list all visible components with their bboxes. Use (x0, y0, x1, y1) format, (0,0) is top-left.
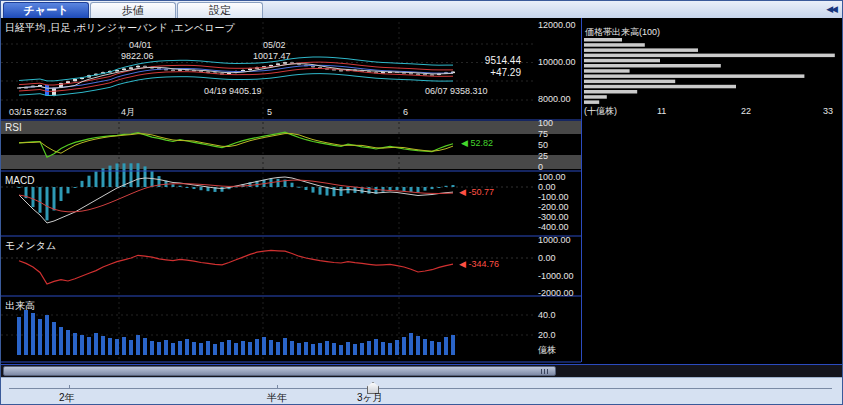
period-slider-bar: 2年 半年 3ヶ月 (1, 377, 842, 404)
x-axis-label-june: 6 (403, 107, 408, 118)
chart-area[interactable]: 日経平均 ,日足 ,ボリンジャーバンド ,エンベロープ 04/01 9822.0… (1, 18, 842, 364)
price-change: +47.29 (451, 67, 521, 78)
period-tick (69, 385, 70, 389)
volume-label: 出来高 (5, 299, 35, 313)
axis-label: 12000.00 (538, 20, 576, 31)
axis-label: -2000.00 (538, 288, 574, 299)
macd-value: ◀ -50.77 (459, 187, 494, 197)
volume-by-price-tick: 11 (657, 106, 666, 117)
axis-label: -400.00 (538, 222, 569, 233)
annotation-high1-value: 9822.06 (121, 51, 154, 62)
annotation-low1: 04/19 9405.19 (204, 86, 262, 97)
price-chart-legend: 日経平均 ,日足 ,ボリンジャーバンド ,エンベロープ (5, 21, 235, 35)
macd-label: MACD (5, 175, 34, 186)
volume-unit-label: 億株 (538, 345, 556, 356)
tab-chart[interactable]: チャート (3, 2, 89, 18)
rsi-value: ◀ 52.82 (461, 138, 493, 148)
annotation-low2: 03/15 8227.63 (9, 107, 67, 118)
scrollbar-grip-icon (541, 369, 550, 374)
collapse-panel-icon[interactable]: ◀◀ (826, 4, 836, 14)
tab-price-steps[interactable]: 歩値 (90, 2, 176, 18)
annotation-high2-date: 05/02 (263, 40, 286, 51)
annotation-low3: 06/07 9358.310 (425, 86, 488, 97)
axis-label: 100 (538, 118, 553, 129)
volume-by-price-tick: 33 (823, 106, 833, 117)
rsi-label: RSI (5, 122, 22, 133)
axis-label: 20.0 (538, 330, 556, 341)
period-option-halfyear[interactable]: 半年 (267, 391, 287, 405)
volume-by-price-unit: (十億株) (584, 106, 617, 117)
volume-by-price-title: 価格帯出来高(100) (585, 27, 660, 38)
period-option-3months[interactable]: 3ヶ月 (357, 391, 383, 405)
momentum-value: ◀ -344.76 (459, 259, 499, 269)
axis-label: 75 (538, 129, 548, 140)
scrollbar-thumb[interactable] (3, 366, 556, 376)
period-tick (277, 385, 278, 389)
axis-label: 8000.00 (538, 94, 571, 105)
volume-by-price-tick: 22 (741, 106, 751, 117)
axis-label: 0.00 (538, 253, 556, 264)
axis-label: 25 (538, 151, 548, 162)
momentum-label: モメンタム (5, 239, 56, 253)
chart-window: チャート 歩値 設定 ◀◀ 日経平均 ,日足 ,ボリンジャーバンド ,エンベロー… (0, 0, 843, 405)
annotation-high1-date: 04/01 (129, 40, 152, 51)
axis-label: 1000.00 (538, 235, 571, 246)
axis-label: 50 (538, 140, 548, 151)
period-slider-track[interactable] (9, 388, 832, 389)
chart-canvas (1, 18, 842, 364)
axis-label: 40.0 (538, 310, 556, 321)
annotation-high2-value: 10017.47 (253, 51, 291, 62)
x-axis-label-april: 4月 (121, 107, 135, 118)
x-axis-label-may: 5 (267, 107, 272, 118)
last-price: 9514.44 (451, 55, 521, 66)
tab-settings[interactable]: 設定 (177, 2, 263, 18)
period-option-2years[interactable]: 2年 (59, 391, 75, 405)
horizontal-scrollbar[interactable] (1, 364, 842, 377)
axis-label: 10000.00 (538, 57, 576, 68)
axis-label: -1000.00 (538, 271, 574, 282)
tab-bar: チャート 歩値 設定 ◀◀ (1, 1, 842, 18)
